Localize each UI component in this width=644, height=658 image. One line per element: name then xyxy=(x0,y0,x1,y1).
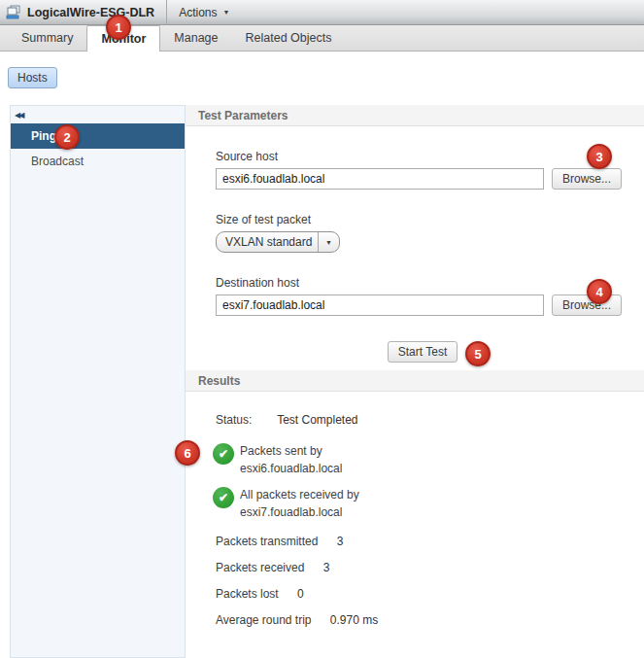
results-header: Results xyxy=(186,370,644,392)
destination-host-input[interactable] xyxy=(216,294,544,316)
packet-size-label: Size of test packet xyxy=(216,213,629,226)
stat-packets-lost: Packets lost 0 xyxy=(216,587,644,601)
check-sent-line1: Packets sent by xyxy=(240,444,322,458)
chevron-down-icon: ▼ xyxy=(223,9,230,16)
result-check-received: ✔ All packets received by esxi7.fouadlab… xyxy=(186,486,644,521)
sidebar-item-ping[interactable]: Ping xyxy=(11,123,185,149)
packet-size-dropdown[interactable]: VXLAN standard ▼ xyxy=(216,231,340,253)
sidebar-item-broadcast[interactable]: Broadcast xyxy=(11,149,185,174)
test-parameters-form: Source host Browse... Size of test packe… xyxy=(186,150,644,363)
annotation-badge-6: 6 xyxy=(175,440,200,466)
check-sent-line2: esxi6.fouadlab.local xyxy=(240,462,342,475)
main-panel: Test Parameters Source host Browse... Si… xyxy=(186,105,644,658)
result-check-sent: ✔ Packets sent by esxi6.fouadlab.local xyxy=(186,442,644,477)
collapse-sidebar-icon[interactable]: ◀◀ xyxy=(11,106,34,123)
annotation-badge-3: 3 xyxy=(587,144,612,169)
result-stats: Packets transmitted 3 Packets received 3… xyxy=(186,535,644,627)
check-received-line2: esxi7.fouadlab.local xyxy=(240,505,342,519)
success-check-icon: ✔ xyxy=(213,487,234,508)
actions-label: Actions xyxy=(179,6,217,19)
status-value: Test Completed xyxy=(277,413,357,427)
entity-name: LogicalWire-ESG-DLR xyxy=(27,6,166,19)
source-host-label: Source host xyxy=(216,150,629,163)
tab-manage[interactable]: Manage xyxy=(160,25,231,51)
entity-header: LogicalWire-ESG-DLR Actions ▼ xyxy=(0,0,644,25)
destination-browse-button[interactable]: Browse... xyxy=(552,294,622,316)
packet-size-value: VXLAN standard xyxy=(217,235,318,249)
status-row: Status: Test Completed xyxy=(186,413,644,427)
annotation-badge-5: 5 xyxy=(465,341,491,366)
logical-switch-icon xyxy=(6,5,21,20)
chevron-down-icon: ▼ xyxy=(318,232,339,252)
header-divider xyxy=(166,0,167,25)
source-browse-button[interactable]: Browse... xyxy=(552,168,622,190)
stat-packets-received: Packets received 3 xyxy=(216,561,644,574)
annotation-badge-4: 4 xyxy=(587,279,612,304)
sidebar: ◀◀ Ping Broadcast xyxy=(10,105,186,658)
actions-menu-button[interactable]: Actions ▼ xyxy=(179,6,229,19)
stat-packets-transmitted: Packets transmitted 3 xyxy=(216,535,644,548)
tab-bar: Summary Monitor Manage Related Objects xyxy=(0,25,644,52)
success-check-icon: ✔ xyxy=(213,443,234,465)
tab-related-objects[interactable]: Related Objects xyxy=(232,25,346,51)
start-test-button[interactable]: Start Test xyxy=(388,341,458,363)
annotation-badge-2: 2 xyxy=(54,124,80,150)
source-host-input[interactable] xyxy=(216,168,544,190)
tab-summary[interactable]: Summary xyxy=(8,25,86,51)
annotation-badge-1: 1 xyxy=(106,15,131,40)
stat-average-round-trip: Average round trip 0.970 ms xyxy=(216,613,644,627)
check-received-line1: All packets received by xyxy=(240,488,359,502)
test-parameters-header: Test Parameters xyxy=(186,105,644,126)
destination-host-label: Destination host xyxy=(216,276,629,290)
hosts-toggle-button[interactable]: Hosts xyxy=(8,67,57,88)
status-label: Status: xyxy=(216,413,274,427)
